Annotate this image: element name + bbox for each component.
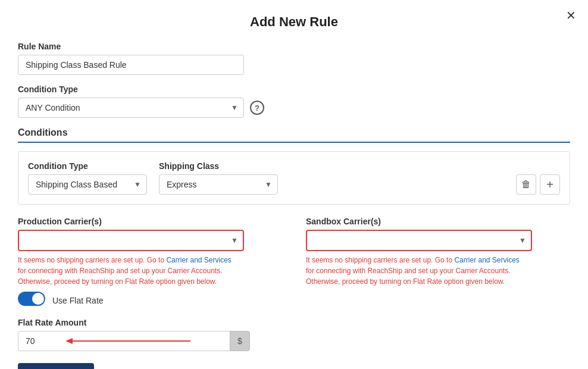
flat-rate-amount-label: Flat Rate Amount (18, 318, 570, 327)
production-carriers-select[interactable] (18, 230, 244, 251)
shipping-class-field: Shipping Class ExpressStandardOvernight … (159, 161, 278, 195)
close-button[interactable]: ✕ (566, 10, 576, 21)
add-new-rule-modal: Add New Rule ✕ Rule Name Condition Type … (0, 0, 588, 369)
production-carriers-error-link[interactable]: Carrier and Services (166, 256, 231, 264)
condition-type-label: Condition Type (18, 85, 570, 94)
modal-title: Add New Rule (18, 14, 570, 30)
carriers-row: Production Carrier(s) ▼ It seems no ship… (18, 217, 570, 287)
dollar-sign-button[interactable]: $ (230, 331, 250, 351)
sandbox-carriers-error: It seems no shipping carriers are set up… (306, 255, 570, 287)
condition-type-field: Condition Type ANY ConditionALL Conditio… (18, 85, 570, 118)
shipping-class-select-wrapper: ExpressStandardOvernight ▼ (159, 174, 278, 195)
sandbox-carriers-error-link[interactable]: Carrier and Services (454, 256, 519, 264)
shipping-class-label: Shipping Class (159, 161, 278, 171)
cond-condition-type-select-wrapper: Shipping Class BasedWeight BasedPrice Ba… (28, 174, 147, 195)
delete-condition-button[interactable]: 🗑 (516, 174, 536, 195)
rule-name-field: Rule Name (18, 42, 570, 75)
use-flat-rate-row: Use Flat Rate (18, 292, 570, 309)
conditions-title: Conditions (18, 127, 570, 143)
add-condition-button[interactable]: + (540, 174, 560, 195)
production-carriers-select-wrapper: ▼ (18, 230, 244, 251)
flat-rate-toggle[interactable] (18, 292, 45, 306)
production-carriers-group: Production Carrier(s) ▼ It seems no ship… (18, 217, 282, 287)
rule-name-input[interactable] (18, 55, 244, 75)
sandbox-carriers-label: Sandbox Carrier(s) (306, 217, 570, 226)
production-carriers-label: Production Carrier(s) (18, 217, 282, 226)
use-flat-rate-label: Use Flat Rate (52, 296, 104, 305)
svg-marker-1 (65, 338, 73, 344)
condition-type-row: ANY ConditionALL Conditions ▼ ? (18, 98, 570, 118)
condition-type-select-wrapper: ANY ConditionALL Conditions ▼ (18, 98, 244, 118)
flat-rate-section: Flat Rate Amount $ (18, 318, 570, 351)
sandbox-carriers-select[interactable] (306, 230, 532, 251)
condition-type-select[interactable]: ANY ConditionALL Conditions (18, 98, 244, 118)
conditions-section: Conditions Condition Type Shipping Class… (18, 127, 570, 205)
sandbox-carriers-select-wrapper: ▼ (306, 230, 532, 251)
condition-actions: 🗑 + (516, 174, 560, 195)
save-rule-button[interactable]: Save Rule (18, 363, 94, 369)
conditions-box: Condition Type Shipping Class BasedWeigh… (18, 151, 570, 205)
sandbox-carriers-group: Sandbox Carrier(s) ▼ It seems no shippin… (306, 217, 570, 287)
cond-condition-type-select[interactable]: Shipping Class BasedWeight BasedPrice Ba… (28, 174, 147, 195)
rule-name-label: Rule Name (18, 42, 570, 51)
cond-condition-type-label: Condition Type (28, 161, 147, 171)
help-icon[interactable]: ? (250, 101, 264, 115)
production-carriers-error: It seems no shipping carriers are set up… (18, 255, 282, 287)
cond-condition-type-field: Condition Type Shipping Class BasedWeigh… (28, 161, 147, 195)
conditions-row: Condition Type Shipping Class BasedWeigh… (28, 161, 560, 195)
arrow-indicator (54, 335, 190, 347)
shipping-class-select[interactable]: ExpressStandardOvernight (159, 174, 278, 195)
